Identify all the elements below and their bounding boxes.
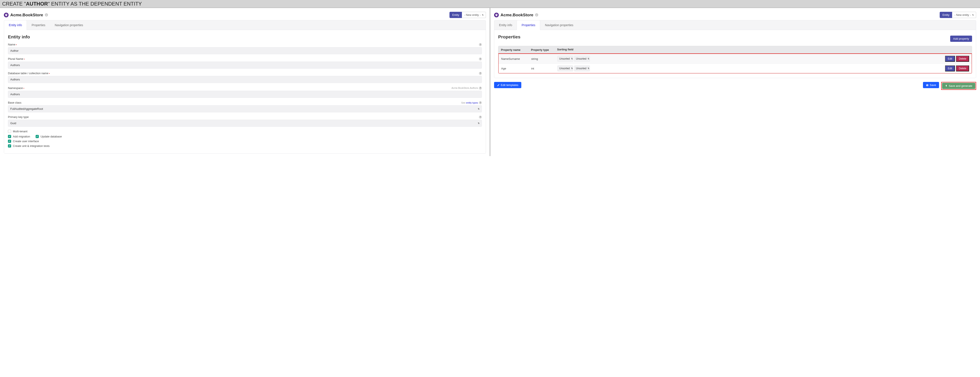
entity-types-link[interactable]: entity types bbox=[466, 102, 478, 104]
caret-icon: ⇅ bbox=[482, 14, 484, 16]
entity-button[interactable]: Entity bbox=[940, 12, 952, 18]
tab-label: Properties bbox=[32, 23, 45, 27]
base-select-value: FullAuditedAggregateRoot bbox=[10, 107, 43, 110]
tab-label: Navigation properties bbox=[55, 23, 83, 27]
sort-select[interactable]: Unsorted⇅ bbox=[557, 56, 573, 62]
delete-button[interactable]: Delete bbox=[956, 56, 969, 62]
save-generate-label: Save and generate bbox=[949, 84, 972, 87]
title-post: " ENTITY AS THE DEPENDENT ENTITY bbox=[48, 1, 142, 6]
project-name: Acme.BookStore bbox=[10, 13, 43, 17]
tabs-left: Entity info Properties Navigation proper… bbox=[4, 20, 486, 30]
save-generate-button[interactable]: Save and generate bbox=[942, 83, 975, 89]
cell-name: Age bbox=[499, 65, 528, 72]
sort-select[interactable]: Unsorted⇅ bbox=[574, 56, 590, 62]
pencil-icon bbox=[497, 84, 500, 86]
updatedb-checkbox[interactable] bbox=[36, 135, 39, 138]
tab-label: Properties bbox=[522, 23, 535, 27]
help-icon[interactable]: ? bbox=[479, 43, 482, 46]
entity-info-card: Entity info Name•? Plural Name•? Databas… bbox=[4, 30, 486, 154]
app-logo-icon bbox=[4, 13, 9, 17]
add-property-button[interactable]: Add property bbox=[950, 36, 972, 42]
info-icon[interactable]: i bbox=[45, 13, 48, 16]
tab-properties[interactable]: Properties bbox=[27, 21, 50, 30]
dbtable-input[interactable] bbox=[8, 76, 482, 83]
entity-button[interactable]: Entity bbox=[449, 12, 462, 18]
caret-icon: ⇅ bbox=[972, 14, 974, 16]
th-type: Property type bbox=[528, 46, 556, 54]
app-logo-icon bbox=[494, 13, 499, 17]
section-title: Entity info bbox=[8, 34, 482, 40]
save-button[interactable]: Save bbox=[923, 82, 939, 88]
pk-label: Primary key type bbox=[8, 115, 29, 119]
pk-select-value: Guid bbox=[10, 122, 16, 125]
table-header: Property name Property type Sorting fiel… bbox=[498, 46, 972, 54]
entity-select[interactable]: - New entity -⇅ bbox=[952, 12, 976, 18]
help-icon[interactable]: ? bbox=[479, 116, 482, 119]
multitenant-checkbox[interactable] bbox=[8, 130, 11, 133]
tab-label: Entity info bbox=[499, 23, 512, 27]
ui-label: Create user interface bbox=[13, 140, 39, 143]
base-hint: See entity types bbox=[461, 102, 478, 104]
entity-select-label: - New entity - bbox=[464, 13, 480, 16]
tab-label: Entity info bbox=[9, 23, 22, 27]
help-icon[interactable]: ? bbox=[479, 101, 482, 104]
entity-select-label: - New entity - bbox=[954, 13, 971, 16]
table-row: NameSurname string Unsorted⇅ Unsorted⇅ E… bbox=[499, 54, 972, 64]
pk-select[interactable]: Guid⇅ bbox=[8, 120, 482, 127]
ns-input[interactable] bbox=[8, 91, 482, 98]
multitenant-label: Multi-tenant bbox=[13, 130, 27, 133]
title-bar: CREATE "AUTHOR" ENTITY AS THE DEPENDENT … bbox=[0, 0, 980, 8]
tab-entity-info[interactable]: Entity info bbox=[4, 20, 27, 30]
tab-nav-props[interactable]: Navigation properties bbox=[50, 21, 88, 30]
name-input[interactable] bbox=[8, 47, 482, 54]
plural-input[interactable] bbox=[8, 62, 482, 68]
edit-button[interactable]: Edit bbox=[945, 56, 955, 62]
ui-checkbox[interactable] bbox=[8, 140, 11, 143]
panel-right: Acme.BookStore i Entity - New entity -⇅ … bbox=[490, 8, 980, 156]
cell-type: string bbox=[528, 55, 557, 63]
migration-label: Add migration bbox=[13, 135, 30, 138]
entity-select[interactable]: - New entity -⇅ bbox=[462, 12, 486, 18]
section-title: Properties bbox=[498, 34, 520, 40]
base-select[interactable]: FullAuditedAggregateRoot⇅ bbox=[8, 105, 482, 112]
cell-name: NameSurname bbox=[499, 55, 528, 63]
properties-card: Properties Add property Property name Pr… bbox=[494, 30, 976, 78]
sort-select[interactable]: Unsorted⇅ bbox=[574, 65, 590, 72]
ns-hint: Acme.BookStore.Authors bbox=[452, 87, 478, 89]
edit-templates-button[interactable]: Edit templates bbox=[494, 82, 521, 88]
tab-properties[interactable]: Properties bbox=[517, 20, 540, 30]
help-icon[interactable]: ? bbox=[479, 72, 482, 75]
tabs-right: Entity info Properties Navigation proper… bbox=[494, 20, 976, 30]
title-bold: AUTHOR bbox=[26, 1, 48, 6]
table-row: Age int Unsorted⇅ Unsorted⇅ EditDelete bbox=[499, 64, 972, 73]
ns-label: Namespace• bbox=[8, 86, 24, 90]
tab-nav-props[interactable]: Navigation properties bbox=[540, 21, 578, 30]
caret-icon: ⇅ bbox=[478, 122, 479, 124]
caret-icon: ⇅ bbox=[478, 108, 479, 110]
updatedb-label: Update database bbox=[41, 135, 62, 138]
tab-entity-info[interactable]: Entity info bbox=[494, 21, 517, 30]
help-icon[interactable]: ? bbox=[479, 57, 482, 60]
tests-checkbox[interactable] bbox=[8, 144, 11, 148]
bolt-icon bbox=[945, 85, 948, 87]
info-icon[interactable]: i bbox=[535, 13, 538, 16]
dbtable-label: Database table / collection name• bbox=[8, 72, 50, 75]
panel-left: Acme.BookStore i Entity - New entity -⇅ … bbox=[0, 8, 490, 156]
tests-label: Create unit & integration tests bbox=[13, 144, 49, 148]
delete-button[interactable]: Delete bbox=[956, 65, 969, 72]
help-icon[interactable]: ? bbox=[479, 87, 482, 90]
migration-checkbox[interactable] bbox=[8, 135, 11, 138]
sort-select[interactable]: Unsorted⇅ bbox=[557, 65, 573, 72]
project-name: Acme.BookStore bbox=[501, 13, 533, 17]
save-generate-highlight: Save and generate bbox=[941, 82, 976, 90]
th-name: Property name bbox=[498, 46, 528, 54]
edit-templates-label: Edit templates bbox=[501, 83, 518, 87]
save-icon bbox=[926, 84, 929, 86]
title-pre: CREATE " bbox=[2, 1, 26, 6]
edit-button[interactable]: Edit bbox=[945, 65, 955, 72]
plural-label: Plural Name• bbox=[8, 57, 25, 60]
base-label: Base class bbox=[8, 101, 21, 104]
th-sort: Sorting field bbox=[556, 46, 590, 54]
name-label: Name• bbox=[8, 43, 17, 46]
properties-table: Property name Property type Sorting fiel… bbox=[498, 46, 972, 73]
